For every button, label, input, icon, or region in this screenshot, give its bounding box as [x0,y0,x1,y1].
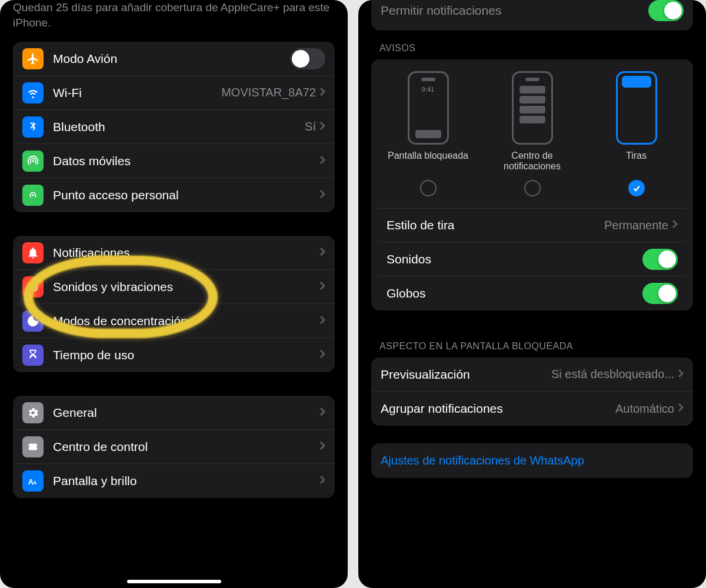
general-label: General [53,406,319,420]
focus-label: Modos de concentración [53,314,319,328]
avisos-header: AVISOS [371,30,693,59]
airplane-mode-row[interactable]: Modo Avión [13,42,335,76]
grouping-label: Agrupar notificaciones [381,402,615,416]
badges-row[interactable]: Globos [378,276,686,310]
hotspot-icon [22,185,44,206]
general-row[interactable]: General [13,396,335,430]
control-center-row[interactable]: Centro de control [13,430,335,464]
attention-group: Notificaciones Sonidos y vibraciones Mod… [13,236,335,372]
preview-label: Previsualización [381,368,551,382]
focus-row[interactable]: Modos de concentración [13,304,335,338]
badges-toggle[interactable] [642,283,678,304]
chevron-right-icon [319,87,325,99]
switches-icon [22,436,44,457]
bluetooth-icon [22,116,44,138]
settings-root-screenshot: Quedan 25 días para añadir cobertura de … [0,0,348,588]
notification-settings-screenshot: Permitir notificaciones AVISOS 9:41 Pant… [358,0,706,588]
speaker-icon [22,276,44,298]
bluetooth-label: Bluetooth [53,120,305,134]
hotspot-row[interactable]: Punto acceso personal [13,178,335,212]
preview-value: Si está desbloqueado... [551,368,674,381]
banner-radio[interactable] [628,180,645,196]
chevron-right-icon [319,407,325,419]
grouping-value: Automático [615,402,674,416]
notifications-row[interactable]: Notificaciones [13,236,335,270]
moon-icon [22,310,44,332]
wifi-icon [22,82,44,103]
display-label: Pantalla y brillo [53,474,319,488]
allow-notifications-row[interactable]: Permitir notificaciones [371,0,693,30]
airplane-icon [22,48,44,69]
chevron-right-icon [319,281,325,293]
banners-option[interactable]: Tiras [587,71,686,200]
lockscreen-appearance-header: ASPECTO EN LA PANTALLA BLOQUEADA [371,328,693,358]
wifi-row[interactable]: Wi-Fi MOVISTAR_8A72 [13,76,335,110]
chevron-right-icon [319,121,325,133]
cellular-label: Datos móviles [53,154,319,168]
chevron-right-icon [319,247,325,259]
grouping-row[interactable]: Agrupar notificaciones Automático [371,392,693,426]
applecare-note: Quedan 25 días para añadir cobertura de … [13,0,335,42]
chevron-right-icon [319,155,325,167]
cellular-row[interactable]: Datos móviles [13,144,335,178]
control-center-label: Centro de control [53,440,319,454]
bluetooth-row[interactable]: Bluetooth Sí [13,110,335,144]
banner-style-value: Permanente [604,219,668,232]
banner-label: Tiras [626,151,647,174]
sounds-label: Sonidos y vibraciones [53,280,319,294]
allow-label: Permitir notificaciones [381,4,501,18]
bell-icon [22,242,44,263]
notif-center-radio[interactable] [524,180,541,196]
notif-center-preview-icon [512,71,553,145]
screentime-row[interactable]: Tiempo de uso [13,338,335,372]
airplane-label: Modo Avión [53,52,290,66]
wifi-label: Wi-Fi [53,86,221,100]
sounds-row[interactable]: Sonidos y vibraciones [13,270,335,304]
banner-style-row[interactable]: Estilo de tira Permanente [378,208,686,242]
display-row[interactable]: AA Pantalla y brillo [13,464,335,498]
chevron-right-icon [678,403,684,415]
lockscreen-preview-icon: 9:41 [408,71,449,145]
notifications-label: Notificaciones [53,246,319,260]
home-indicator[interactable] [127,580,221,583]
notification-center-option[interactable]: Centro de notificaciones [482,71,582,200]
lockscreen-option[interactable]: 9:41 Pantalla bloqueada [378,71,478,200]
bluetooth-value: Sí [305,120,316,133]
sounds-toggle[interactable] [642,249,678,270]
preview-row[interactable]: Previsualización Si está desbloqueado... [371,358,693,392]
chevron-right-icon [672,219,678,231]
wifi-value: MOVISTAR_8A72 [221,86,316,99]
lockscreen-group: Previsualización Si está desbloqueado...… [371,358,693,426]
hotspot-label: Punto acceso personal [53,188,319,202]
banner-style-label: Estilo de tira [387,218,604,232]
whatsapp-link-label: Ajustes de notificaciones de WhatsApp [381,454,584,467]
alert-rows: Estilo de tira Permanente Sonidos Globos [378,208,686,310]
svg-text:A: A [33,480,37,486]
sounds-label: Sonidos [387,252,642,266]
chevron-right-icon [319,349,325,361]
connectivity-group: Modo Avión Wi-Fi MOVISTAR_8A72 Bluetooth… [13,42,335,212]
text-size-icon: AA [22,470,44,492]
lockscreen-label: Pantalla bloqueada [388,151,468,174]
alerts-card: 9:41 Pantalla bloqueada Centro de notifi… [371,59,693,310]
banner-preview-icon [616,71,657,145]
hourglass-icon [22,345,44,366]
chevron-right-icon [319,315,325,327]
antenna-icon [22,151,44,172]
alert-style-options: 9:41 Pantalla bloqueada Centro de notifi… [378,71,686,200]
badges-label: Globos [387,286,642,300]
airplane-toggle[interactable] [290,48,325,69]
allow-group: Permitir notificaciones [371,0,693,30]
chevron-right-icon [319,189,325,201]
lockscreen-radio[interactable] [420,180,437,196]
chevron-right-icon [319,475,325,487]
sounds-row[interactable]: Sonidos [378,242,686,276]
notif-center-label: Centro de notificaciones [482,151,582,174]
chevron-right-icon [678,369,684,380]
whatsapp-settings-link[interactable]: Ajustes de notificaciones de WhatsApp [371,443,693,478]
gear-icon [22,402,44,423]
chevron-right-icon [319,441,325,453]
screentime-label: Tiempo de uso [53,348,319,362]
system-group: General Centro de control AA Pantalla y … [13,396,335,498]
allow-toggle[interactable] [648,0,684,21]
